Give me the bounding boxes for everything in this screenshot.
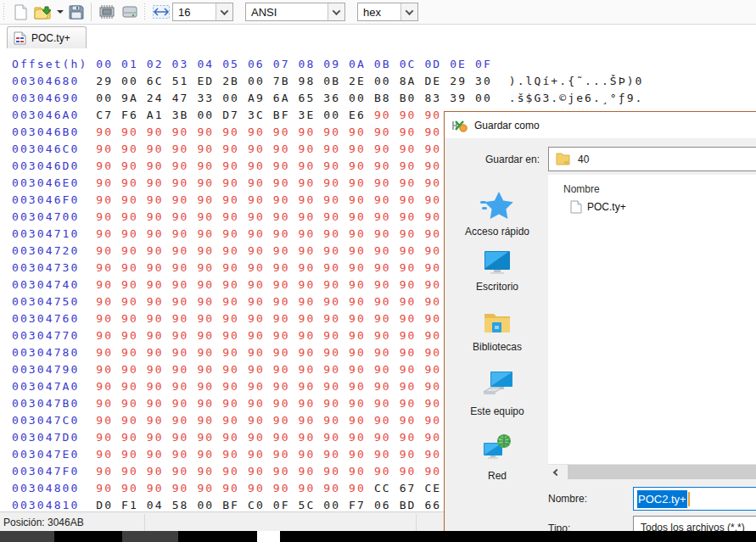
byte-width-button[interactable] bbox=[149, 2, 172, 22]
column-header-name[interactable]: Nombre bbox=[563, 183, 600, 195]
taskbar-segment bbox=[122, 531, 178, 542]
combo-dropdown-button[interactable] bbox=[328, 3, 344, 20]
hxd-logo-icon bbox=[452, 119, 468, 132]
byte-width-icon bbox=[153, 5, 170, 19]
scrollbar-thumb[interactable] bbox=[568, 465, 756, 479]
taskbar-segment bbox=[0, 531, 54, 542]
horizontal-scrollbar[interactable] bbox=[548, 464, 756, 478]
place-desktop[interactable]: Escritorio bbox=[450, 249, 545, 293]
chevron-down-icon bbox=[406, 7, 414, 15]
status-separator bbox=[144, 514, 145, 531]
hex-column-header: Offset(h) 00 01 02 03 04 05 06 07 08 09 … bbox=[12, 56, 644, 73]
place-libraries[interactable]: Bibliotecas bbox=[450, 309, 545, 353]
chevron-down-icon bbox=[221, 7, 229, 15]
file-name-label: Nombre: bbox=[548, 493, 587, 505]
ram-button[interactable] bbox=[95, 2, 118, 22]
new-file-icon bbox=[13, 4, 28, 20]
file-list[interactable]: Nombre POC.ty+ bbox=[548, 175, 756, 464]
combo-dropdown-button[interactable] bbox=[216, 3, 232, 20]
ram-icon bbox=[98, 4, 115, 20]
hxd-window: 16 ANSI hex POC.ty+ Offset(h) 00 01 02 0… bbox=[0, 0, 756, 542]
status-position: Posición: 3046AB bbox=[3, 517, 84, 528]
place-label: Red bbox=[488, 470, 507, 482]
text-caret bbox=[688, 492, 690, 506]
save-in-combo[interactable]: 40 bbox=[548, 147, 756, 171]
place-label: Escritorio bbox=[476, 281, 518, 293]
hex-row[interactable]: 00304680 29 00 6C 51 ED 2B 00 7B 98 0B 2… bbox=[12, 73, 644, 90]
dialog-title-bar[interactable]: Guardar como bbox=[445, 112, 756, 138]
file-name: POC.ty+ bbox=[587, 201, 626, 213]
scroll-left-button[interactable] bbox=[548, 465, 563, 479]
combo-dropdown-button[interactable] bbox=[400, 3, 417, 20]
file-name-value: POC2.ty+ bbox=[637, 490, 687, 508]
libraries-folder-icon bbox=[481, 309, 513, 338]
hex-row[interactable]: 00304690 00 9A 24 47 33 00 A9 6A 65 36 0… bbox=[12, 90, 644, 107]
bytes-per-row-value: 16 bbox=[173, 6, 216, 19]
tab-poc-file[interactable]: POC.ty+ bbox=[7, 26, 87, 48]
encoding-combo[interactable]: ANSI bbox=[245, 3, 345, 21]
offset-base-value: hex bbox=[358, 6, 400, 19]
save-button[interactable] bbox=[64, 2, 87, 22]
file-name-input[interactable]: POC2.ty+ bbox=[633, 487, 756, 511]
this-pc-icon bbox=[480, 370, 514, 402]
folder-icon bbox=[556, 152, 570, 166]
chevron-down-icon bbox=[333, 7, 341, 15]
save-in-value: 40 bbox=[578, 154, 589, 165]
encoding-value: ANSI bbox=[246, 6, 328, 19]
place-quick-access[interactable]: Acceso rápido bbox=[450, 190, 545, 237]
toolbar: 16 ANSI hex bbox=[0, 0, 756, 25]
desktop-monitor-icon bbox=[481, 249, 513, 277]
bytes-per-row-combo[interactable]: 16 bbox=[172, 3, 233, 21]
place-label: Acceso rápido bbox=[465, 226, 529, 237]
offset-base-combo[interactable]: hex bbox=[357, 3, 418, 21]
open-file-button[interactable] bbox=[31, 2, 54, 22]
place-label: Bibliotecas bbox=[473, 341, 522, 353]
quick-access-star-icon bbox=[480, 190, 514, 222]
places-bar: Acceso rápido Escritorio Bibliotecas bbox=[450, 176, 545, 524]
place-this-pc[interactable]: Este equipo bbox=[450, 370, 545, 417]
toolbar-grip[interactable] bbox=[3, 3, 6, 20]
place-label: Este equipo bbox=[470, 405, 524, 417]
tab-label: POC.ty+ bbox=[31, 32, 70, 44]
file-item-poc[interactable]: POC.ty+ bbox=[570, 200, 626, 214]
hxd-file-icon bbox=[14, 31, 26, 45]
file-icon bbox=[570, 200, 582, 214]
open-file-icon bbox=[34, 4, 52, 20]
new-file-button[interactable] bbox=[8, 2, 31, 22]
open-dropdown-caret bbox=[57, 10, 64, 14]
disk-button[interactable] bbox=[118, 2, 141, 22]
save-as-dialog: Guardar como Guardar en: 40 Acceso rápid… bbox=[444, 111, 756, 536]
save-icon bbox=[69, 4, 84, 20]
open-dropdown-button[interactable] bbox=[54, 2, 64, 22]
network-icon bbox=[480, 433, 514, 467]
place-network[interactable]: Red bbox=[450, 433, 545, 482]
taskbar[interactable] bbox=[0, 531, 756, 542]
toolbar-grip-2[interactable] bbox=[143, 3, 147, 20]
save-in-label: Guardar en: bbox=[462, 154, 540, 165]
status-separator bbox=[416, 514, 417, 531]
tab-bar: POC.ty+ bbox=[0, 25, 756, 48]
disk-icon bbox=[121, 4, 138, 20]
chevron-left-icon bbox=[552, 468, 559, 475]
dialog-title: Guardar como bbox=[474, 120, 540, 131]
toolbar-separator bbox=[91, 3, 92, 21]
taskbar-segment bbox=[257, 531, 280, 542]
